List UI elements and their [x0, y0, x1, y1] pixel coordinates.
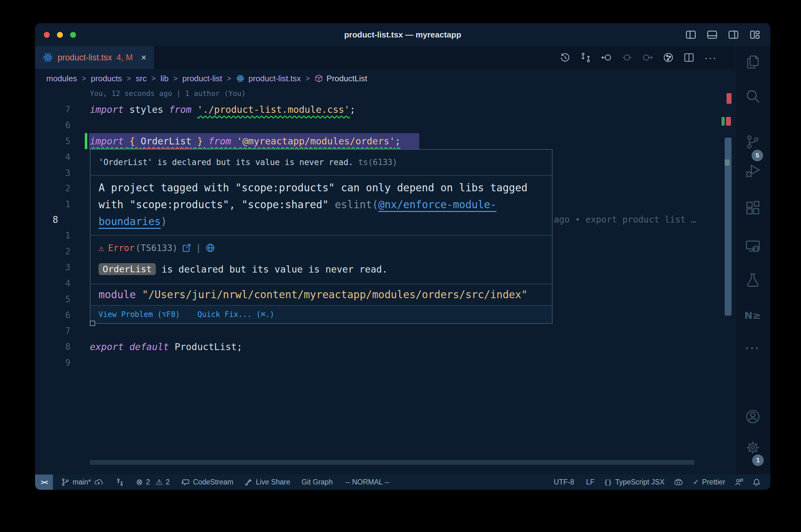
encoding-item[interactable]: UTF-8: [554, 478, 574, 486]
git-branch-icon: [61, 478, 70, 486]
overview-ruler-info-mark: [725, 159, 730, 166]
tab-problem-badge: 4, M: [116, 53, 133, 62]
title-bar: product-list.tsx — myreactapp: [35, 23, 770, 46]
run-graph-icon[interactable]: [663, 52, 674, 63]
toggle-panel-left-icon[interactable]: [685, 29, 696, 40]
check-icon: ✓: [693, 478, 699, 486]
tab-bar: product-list.tsx 4, M ×: [35, 46, 735, 69]
react-file-icon: [236, 74, 245, 83]
symbol-cube-icon: [315, 74, 323, 82]
module-path-row: module "/Users/juri/nrwl/content/myreact…: [90, 284, 552, 305]
view-problem-action[interactable]: View Problem (⌥F8): [98, 310, 180, 319]
live-share-item[interactable]: Live Share: [244, 478, 290, 487]
errors-icon: ⊗: [136, 477, 143, 487]
code-line-import-orderlist[interactable]: import { OrderList } from '@myreactapp/m…: [90, 133, 401, 149]
quick-fix-action[interactable]: Quick Fix... (⌘.): [197, 310, 274, 319]
breadcrumb-file[interactable]: product-list.tsx: [236, 74, 301, 83]
previous-change-icon[interactable]: [601, 52, 612, 63]
current-line-number: 8: [53, 212, 58, 228]
diagnostic-message: 'OrderList' is declared but its value is…: [90, 150, 552, 175]
window-title: product-list.tsx — myreactapp: [35, 23, 770, 46]
overview-ruler-error-mark: [727, 93, 731, 104]
codelens-blame[interactable]: You, 12 seconds ago | 1 author (You): [90, 89, 246, 97]
current-change-icon[interactable]: [622, 52, 632, 63]
braces-icon: {}: [604, 478, 612, 486]
line-number: 5: [35, 291, 70, 307]
toggle-panel-right-icon[interactable]: [728, 29, 739, 40]
popup-resize-handle[interactable]: [90, 321, 95, 326]
breadcrumb-modules[interactable]: modules: [46, 74, 77, 83]
live-share-icon: [244, 478, 253, 487]
eslint-rule-link[interactable]: @nx/enforce-module-: [378, 198, 496, 211]
external-link-icon[interactable]: [182, 243, 191, 252]
overview-ruler-error-mark: [726, 117, 731, 126]
problems-item[interactable]: ⊗ 2 ⚠ 2: [136, 477, 170, 487]
settings-badge: 1: [752, 455, 764, 466]
compare-changes-item[interactable]: [116, 478, 124, 486]
next-change-icon[interactable]: [642, 52, 653, 63]
line-number: 3: [35, 165, 70, 181]
nx-console-icon[interactable]: N≥: [744, 310, 761, 321]
comment-bubble-icon: [181, 478, 190, 487]
breadcrumb-symbol[interactable]: ProductList: [315, 74, 367, 83]
globe-icon[interactable]: [205, 243, 215, 252]
code-line-export-default[interactable]: export default ProductList;: [90, 339, 242, 355]
publish-sync-icon: [94, 478, 103, 487]
inline-blame-annotation: ago • export product list …: [554, 212, 696, 228]
overview-ruler-added-mark: [722, 117, 725, 126]
git-graph-item[interactable]: Git Graph: [302, 478, 333, 486]
tab-product-list[interactable]: product-list.tsx 4, M ×: [35, 46, 154, 69]
line-number: 7: [35, 323, 70, 339]
source-control-icon[interactable]: [745, 134, 761, 150]
breadcrumb-src[interactable]: src: [136, 74, 147, 83]
breadcrumb-product-list[interactable]: product-list: [182, 74, 222, 83]
breadcrumb: modules > products > src > lib > product…: [35, 69, 735, 88]
tab-close-icon[interactable]: ×: [141, 53, 147, 62]
diagnostic-hover-popup: 'OrderList' is declared but its value is…: [90, 149, 552, 324]
language-mode-item[interactable]: {} TypeScript JSX: [604, 478, 665, 486]
line-number: 6: [35, 307, 70, 323]
eslint-rule-link[interactable]: boundaries: [98, 215, 161, 228]
run-debug-icon[interactable]: [745, 163, 761, 178]
activity-bar: 5 N≥ ··· 1: [735, 46, 770, 474]
line-number: 4: [35, 276, 70, 291]
notifications-bell-icon[interactable]: [752, 478, 761, 487]
prettier-item[interactable]: ✓ Prettier: [693, 478, 725, 486]
horizontal-scrollbar-slider[interactable]: [90, 460, 694, 465]
line-number: 1: [35, 196, 70, 212]
open-changes-icon[interactable]: [580, 52, 591, 63]
extensions-icon[interactable]: [745, 200, 761, 215]
settings-gear-icon[interactable]: [745, 440, 761, 455]
explorer-icon[interactable]: [745, 54, 761, 70]
status-bar: >< main* ⊗ 2 ⚠ 2 CodeStream: [35, 474, 770, 490]
code-editor[interactable]: You, 12 seconds ago | 1 author (You) 7 6…: [35, 88, 735, 474]
timeline-history-icon[interactable]: [560, 52, 570, 63]
split-editor-icon[interactable]: [684, 52, 694, 63]
remote-explorer-icon[interactable]: [745, 238, 761, 254]
testing-beaker-icon[interactable]: [745, 272, 761, 288]
breadcrumb-lib[interactable]: lib: [161, 74, 169, 83]
line-number: 3: [35, 260, 70, 276]
line-number: 9: [35, 355, 70, 371]
more-actions-icon[interactable]: ···: [704, 56, 717, 59]
eslint-diagnostic-message: A project tagged with "scope:products" c…: [90, 176, 552, 235]
feedback-item[interactable]: [735, 478, 743, 487]
line-number: 8: [35, 339, 70, 355]
toggle-panel-bottom-icon[interactable]: [707, 29, 718, 40]
copilot-item[interactable]: [674, 478, 683, 487]
line-number: 7: [35, 101, 70, 117]
account-icon[interactable]: [745, 409, 761, 424]
remote-indicator[interactable]: ><: [35, 474, 53, 490]
breadcrumb-products[interactable]: products: [91, 74, 122, 83]
line-number: 1: [35, 228, 70, 244]
customize-layout-icon[interactable]: [749, 29, 760, 40]
additional-views-icon[interactable]: ···: [746, 342, 760, 355]
vim-mode-indicator: -- NORMAL --: [345, 478, 389, 486]
search-icon[interactable]: [745, 89, 761, 104]
vscode-window: product-list.tsx — myreactapp: [35, 23, 770, 490]
git-branch-item[interactable]: main*: [61, 478, 103, 487]
line-number: 4: [35, 149, 70, 165]
eol-item[interactable]: LF: [586, 478, 595, 486]
code-line-import-styles[interactable]: import styles from './product-list.modul…: [90, 101, 356, 117]
codestream-item[interactable]: CodeStream: [181, 478, 233, 487]
